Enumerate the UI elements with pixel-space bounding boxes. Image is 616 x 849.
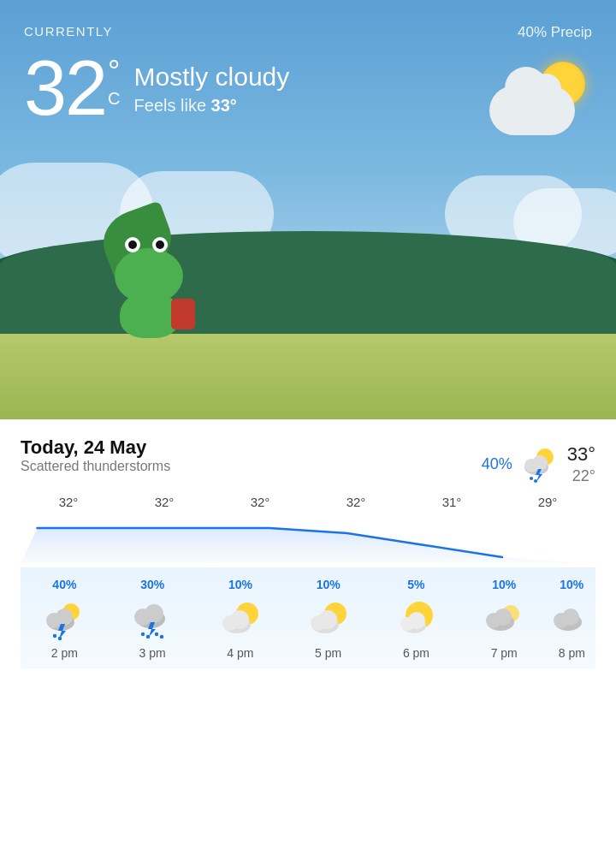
hour-time-6: 8 pm: [559, 646, 585, 668]
hour-precip-3: 10%: [317, 578, 341, 591]
feels-like: Feels like 33°: [134, 96, 290, 116]
temp-val-1: 32°: [116, 495, 212, 509]
svg-marker-7: [21, 528, 595, 564]
temp-col-1: 32°: [116, 495, 212, 513]
cloud-icon: [489, 86, 575, 135]
svg-point-5: [530, 477, 533, 480]
today-condition: Scattered thunderstorms: [21, 459, 170, 474]
ground: [0, 334, 616, 419]
frog-character: [103, 235, 214, 338]
svg-point-13: [53, 634, 56, 638]
today-weather-icon: [521, 445, 559, 483]
hour-precip-4: 5%: [407, 578, 424, 591]
temp-unit: C: [108, 89, 120, 109]
weather-bottom-panel: Today, 24 May Scattered thunderstorms 40…: [0, 419, 616, 668]
currently-label: CURRENTLY: [24, 24, 113, 39]
temp-val-3: 32°: [308, 495, 404, 509]
today-precip: 40%: [482, 455, 512, 473]
svg-point-14: [58, 637, 62, 640]
svg-point-38: [495, 609, 512, 626]
temp-val-4: 31°: [404, 495, 500, 509]
svg-point-34: [408, 612, 425, 629]
hour-precip-0: 40%: [52, 578, 76, 591]
hour-time-3: 5 pm: [315, 646, 341, 668]
weather-scene: [0, 180, 616, 419]
precip-label: 40% Precip: [518, 24, 592, 41]
hour-time-4: 6 pm: [403, 646, 429, 668]
temp-col-4: 31°: [404, 495, 500, 513]
hour-item-2[interactable]: 10% 4 pm: [197, 578, 285, 668]
svg-point-6: [534, 479, 537, 483]
degree-symbol: °: [108, 56, 120, 87]
hour-item-5[interactable]: 10% 7 pm: [460, 578, 548, 668]
temp-val-5: 29°: [500, 495, 595, 509]
hour-precip-5: 10%: [492, 578, 516, 591]
temperature-value: 32: [24, 50, 106, 127]
hour-icon-2: [218, 597, 263, 641]
hour-precip-1: 30%: [140, 578, 164, 591]
hour-time-0: 2 pm: [51, 646, 78, 668]
svg-point-3: [532, 455, 548, 471]
hour-time-1: 3 pm: [139, 646, 166, 668]
hour-icon-4: [394, 597, 438, 641]
weather-condition-icon: [489, 58, 592, 135]
today-high: 33°: [567, 442, 595, 467]
frog-head: [115, 248, 183, 304]
today-low: 22°: [572, 467, 595, 485]
today-date: Today, 24 May: [21, 436, 170, 459]
svg-point-22: [160, 635, 163, 638]
frog-eye-left: [125, 237, 140, 252]
svg-point-20: [146, 635, 150, 638]
temp-col-0: 32°: [21, 495, 116, 513]
hour-item-1[interactable]: 30% 3 pm: [109, 578, 197, 668]
svg-point-21: [155, 632, 158, 636]
today-right: 40% 33° 22°: [482, 442, 595, 485]
temperature-graph: [21, 513, 595, 564]
temp-col-5: 29°: [500, 495, 595, 513]
hourly-temp-values: 32° 32° 32° 32° 31° 29°: [21, 495, 595, 513]
hour-item-4[interactable]: 5% 6 pm: [372, 578, 460, 668]
hour-time-5: 7 pm: [491, 646, 518, 668]
svg-point-30: [318, 610, 337, 629]
hills-back: [0, 231, 616, 334]
hour-item-0[interactable]: 40% 2 pm: [21, 578, 109, 668]
hour-item-3[interactable]: 10% 5 pm: [284, 578, 372, 668]
svg-point-41: [562, 609, 579, 626]
svg-point-17: [145, 604, 163, 623]
temperature-block: 32 ° C Mostly cloudy Feels like 33°: [24, 50, 289, 127]
today-header: Today, 24 May Scattered thunderstorms 40…: [21, 436, 595, 491]
temp-col-3: 32°: [308, 495, 404, 513]
hour-icon-3: [306, 597, 351, 641]
hour-item-6[interactable]: 10% 8 pm: [548, 578, 595, 668]
feels-like-prefix: Feels like: [134, 96, 211, 115]
condition-text: Mostly cloudy: [134, 62, 290, 92]
svg-point-11: [56, 609, 73, 626]
feels-like-temp: 33°: [211, 96, 237, 115]
temp-col-2: 32°: [212, 495, 308, 513]
hourly-strip[interactable]: 40% 2 pm 30%: [21, 567, 595, 668]
hour-icon-0: [42, 597, 86, 641]
hour-precip-6: 10%: [560, 578, 583, 591]
weather-top-panel: CURRENTLY 40% Precip 32 ° C Mostly cloud…: [0, 0, 616, 419]
svg-point-19: [141, 632, 145, 636]
hour-icon-1: [130, 597, 175, 641]
hour-icon-5: [482, 597, 526, 641]
frog-eye-right: [152, 237, 168, 252]
temp-val-0: 32°: [21, 495, 116, 509]
hour-icon-6: [549, 597, 594, 641]
svg-point-26: [230, 610, 249, 629]
hour-time-2: 4 pm: [227, 646, 253, 668]
today-temps: 33° 22°: [567, 442, 595, 485]
hour-precip-2: 10%: [228, 578, 252, 591]
temp-val-2: 32°: [212, 495, 308, 509]
frog-backpack: [171, 299, 195, 330]
